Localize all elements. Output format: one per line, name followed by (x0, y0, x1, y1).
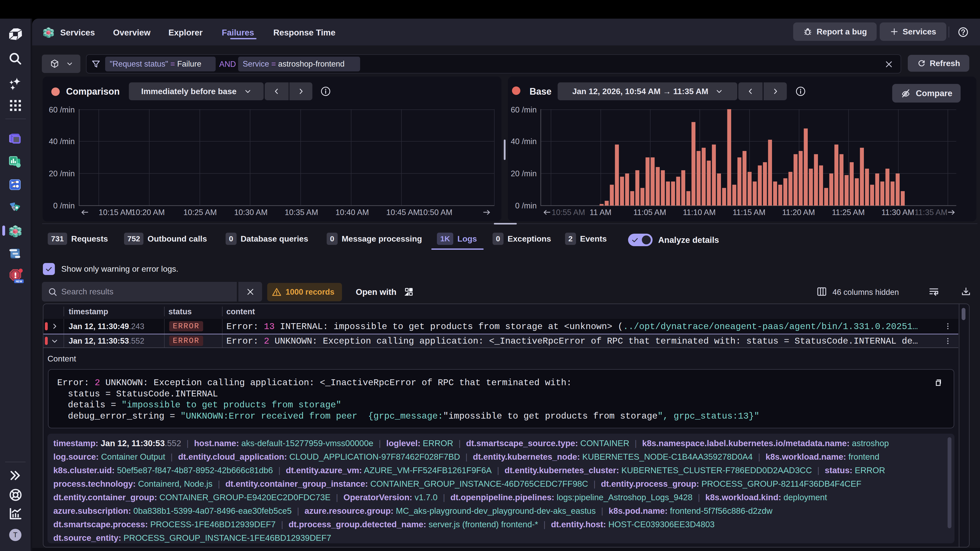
svg-text:10:25 AM: 10:25 AM (183, 208, 217, 217)
svg-text:11:20 AM: 11:20 AM (782, 208, 815, 217)
svg-text:10:45 AM: 10:45 AM (387, 208, 420, 217)
svg-text:11:35 AM: 11:35 AM (915, 208, 948, 217)
svg-text:11 AM: 11 AM (590, 208, 611, 217)
svg-text:11:30 AM: 11:30 AM (881, 208, 915, 217)
svg-text:20 /min: 20 /min (49, 169, 75, 178)
svg-text:40 /min: 40 /min (511, 137, 537, 146)
svg-text:10:30 AM: 10:30 AM (234, 208, 268, 217)
svg-text:20 /min: 20 /min (511, 169, 537, 178)
svg-text:11:25 AM: 11:25 AM (832, 208, 865, 217)
svg-text:0 /min: 0 /min (53, 201, 75, 210)
svg-text:10:55 AM: 10:55 AM (552, 208, 585, 217)
svg-text:60 /min: 60 /min (49, 105, 75, 114)
svg-text:10:15 AM: 10:15 AM (99, 208, 132, 217)
svg-text:40 /min: 40 /min (49, 137, 75, 146)
svg-text:11:10 AM: 11:10 AM (683, 208, 716, 217)
svg-text:10:20 AM: 10:20 AM (131, 208, 165, 217)
svg-text:10:40 AM: 10:40 AM (336, 208, 369, 217)
svg-text:10:35 AM: 10:35 AM (285, 208, 318, 217)
svg-text:60 /min: 60 /min (511, 105, 537, 114)
svg-text:11:15 AM: 11:15 AM (733, 208, 765, 217)
svg-text:NEW: NEW (16, 280, 22, 283)
svg-text:0 /min: 0 /min (515, 201, 537, 210)
svg-text:11:05 AM: 11:05 AM (633, 208, 667, 217)
svg-text:10:50 AM: 10:50 AM (419, 208, 452, 217)
